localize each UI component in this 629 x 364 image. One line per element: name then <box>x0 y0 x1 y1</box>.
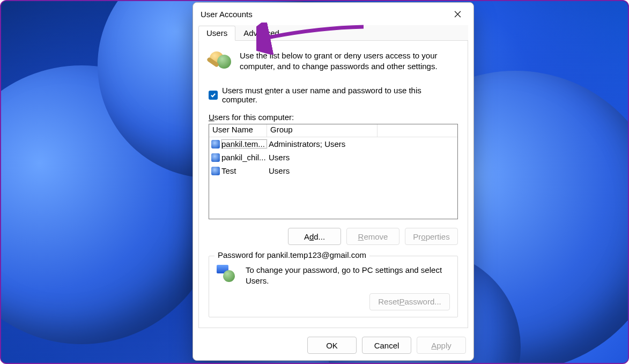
user-row[interactable]: pankil_chil...Users <box>209 151 457 164</box>
require-login-label: Users must enter a user name and passwor… <box>222 86 458 104</box>
user-icon <box>211 153 220 162</box>
titlebar[interactable]: User Accounts <box>193 3 473 25</box>
tab-panel-users: Use the list below to grant or deny user… <box>198 41 468 328</box>
checkmark-icon <box>210 92 216 98</box>
apply-button[interactable]: Apply <box>417 337 466 354</box>
close-icon <box>454 11 461 18</box>
intro-text: Use the list below to grant or deny user… <box>240 50 458 74</box>
user-icon <box>211 140 220 148</box>
close-button[interactable] <box>446 6 469 22</box>
user-icon <box>211 167 220 175</box>
password-help-text: To change your password, go to PC settin… <box>246 265 450 287</box>
user-row[interactable]: TestUsers <box>209 164 457 177</box>
user-name-cell: pankil.tem... <box>221 139 267 148</box>
tab-users[interactable]: Users <box>198 26 235 41</box>
user-row[interactable]: pankil.tem...Administrators; Users <box>209 137 457 151</box>
remove-button[interactable]: Remove <box>346 228 399 245</box>
column-group[interactable]: Group <box>267 124 378 137</box>
user-group-cell: Users <box>267 166 290 175</box>
user-pcsettings-icon <box>217 265 238 286</box>
user-accounts-dialog: User Accounts Users Advanced Use the lis… <box>193 2 474 361</box>
tab-advanced[interactable]: Advanced <box>235 26 287 41</box>
dialog-footer: OK Cancel Apply <box>193 332 473 360</box>
window-title: User Accounts <box>201 10 446 19</box>
add-button[interactable]: Add... <box>288 228 341 245</box>
password-groupbox: Password for pankil.temp123@gmail.com To… <box>209 256 458 317</box>
user-name-cell: pankil_chil... <box>221 153 267 162</box>
users-list-label: Users for this computer: <box>209 113 458 122</box>
users-list[interactable]: User Name Group pankil.tem...Administrat… <box>209 124 458 219</box>
tabstrip: Users Advanced <box>198 25 468 41</box>
ok-button[interactable]: OK <box>307 337 357 354</box>
properties-button[interactable]: Properties <box>405 228 458 245</box>
cancel-button[interactable]: Cancel <box>362 337 411 354</box>
users-list-header: User Name Group <box>209 124 457 137</box>
user-name-cell: Test <box>221 166 267 175</box>
user-group-cell: Users <box>267 153 290 162</box>
users-keys-icon <box>209 50 232 74</box>
require-login-checkbox[interactable] <box>209 91 218 100</box>
user-group-cell: Administrators; Users <box>267 139 345 148</box>
column-username[interactable]: User Name <box>209 124 267 137</box>
reset-password-button[interactable]: Reset Password... <box>369 293 450 310</box>
password-groupbox-legend: Password for pankil.temp123@gmail.com <box>214 250 369 259</box>
